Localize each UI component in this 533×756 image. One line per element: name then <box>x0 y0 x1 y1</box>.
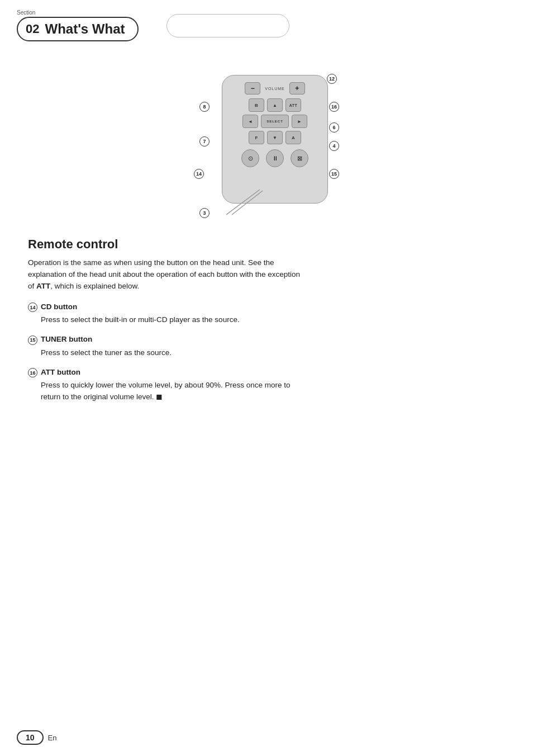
row-f-down-a: F ▼ A <box>228 131 322 144</box>
callout-7: 7 <box>199 136 210 147</box>
volume-minus-btn: − <box>245 82 260 94</box>
tuner-button-label: TUNER button <box>41 335 92 343</box>
att-button-label: ATT button <box>41 368 80 376</box>
footer-language: En <box>48 734 57 742</box>
main-content: 12 16 6 4 15 8 7 <box>0 47 533 429</box>
callout-6: 6 <box>329 122 339 133</box>
att-button-body: Press to quickly lower the volume level,… <box>28 380 302 403</box>
btn-a: A <box>285 131 301 144</box>
callout-num-7: 7 <box>199 136 210 147</box>
cd-button-section: 14 CD button Press to select the built-i… <box>28 303 505 326</box>
page-title: What's What <box>45 21 125 37</box>
row-b-up-att: B ▲ ATT <box>228 98 322 112</box>
btn-cd-circle: ⊙ <box>241 149 259 167</box>
callout-num-16: 16 <box>329 102 339 112</box>
cd-button-num: 14 <box>28 303 37 312</box>
svg-line-1 <box>232 191 263 215</box>
svg-line-0 <box>226 190 260 215</box>
page-header: Section 02 What's What <box>0 0 533 47</box>
remote-diagram: 12 16 6 4 15 8 7 <box>28 64 505 220</box>
cd-button-body: Press to select the built-in or multi-CD… <box>28 314 302 326</box>
btn-pause-circle: ⏸ <box>266 149 284 167</box>
section-badge: Section 02 What's What <box>17 10 139 41</box>
callout-14: 14 <box>194 169 204 179</box>
callout-num-15: 15 <box>329 169 339 179</box>
callout-num-14: 14 <box>194 169 204 179</box>
att-button-section: 16 ATT button Press to quickly lower the… <box>28 368 505 403</box>
callout-8: 8 <box>199 102 210 112</box>
remote-diagonal-lines <box>226 184 271 218</box>
cd-button-title: 14 CD button <box>28 303 505 313</box>
btn-right: ► <box>292 115 307 128</box>
remote-control-heading: Remote control <box>28 237 505 252</box>
tuner-button-title: 15 TUNER button <box>28 335 505 345</box>
cd-button-label: CD button <box>41 303 77 311</box>
att-button-num: 16 <box>28 368 37 377</box>
att-button-title: 16 ATT button <box>28 368 505 378</box>
volume-row: − VOLUME + <box>228 82 322 94</box>
callout-12: 12 <box>327 74 337 84</box>
volume-plus-btn: + <box>289 82 305 94</box>
section-number: 02 <box>26 23 39 35</box>
callout-16: 16 <box>329 102 339 112</box>
section-label: Section <box>17 10 35 16</box>
callout-num-12: 12 <box>327 74 337 84</box>
callout-4: 4 <box>329 141 339 151</box>
callout-num-6: 6 <box>329 122 339 133</box>
btn-att: ATT <box>285 98 301 112</box>
row-left-select-right: ◄ SELECT ► <box>228 115 322 128</box>
tuner-button-section: 15 TUNER button Press to select the tune… <box>28 335 505 358</box>
volume-label: VOLUME <box>265 87 285 91</box>
btn-tuner-circle: ⊠ <box>291 149 308 167</box>
header-right-decoration <box>166 14 289 37</box>
section-pill: 02 What's What <box>17 17 139 41</box>
callout-15: 15 <box>329 169 339 179</box>
btn-select: SELECT <box>261 115 289 128</box>
tuner-button-num: 15 <box>28 336 37 345</box>
callout-num-4: 4 <box>329 141 339 151</box>
page-footer: 10 En <box>17 730 56 745</box>
callout-num-8: 8 <box>199 102 210 112</box>
btn-left: ◄ <box>242 115 258 128</box>
remote-wrapper: 12 16 6 4 15 8 7 <box>188 64 378 220</box>
callout-3: 3 <box>199 208 210 218</box>
btn-down: ▼ <box>267 131 283 144</box>
tuner-button-body: Press to select the tuner as the source. <box>28 347 302 359</box>
intro-paragraph: Operation is the same as when using the … <box>28 257 307 292</box>
btn-up: ▲ <box>267 98 283 112</box>
callout-num-3: 3 <box>199 208 210 218</box>
btn-b: B <box>249 98 264 112</box>
page-number: 10 <box>17 730 44 745</box>
btn-f: F <box>249 131 264 144</box>
circle-row: ⊙ ⏸ ⊠ <box>228 149 322 167</box>
